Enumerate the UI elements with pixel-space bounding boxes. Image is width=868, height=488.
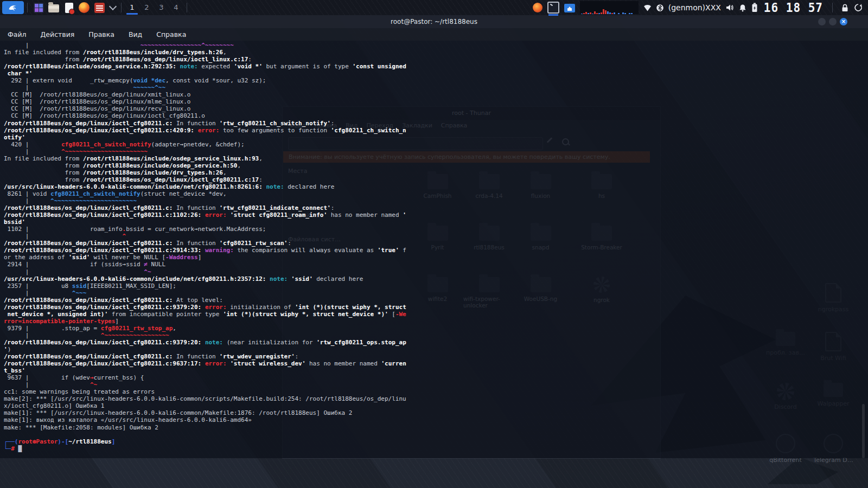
terminal-line: /root/rtl8188eus/os_dep/linux/ioctl_cfg8… — [4, 360, 868, 367]
cpu-graph-monitor[interactable] — [580, 1, 639, 14]
terminal-line: from /root/rtl8188eus/include/drv_types.… — [4, 169, 868, 176]
terminal-line: /root/rtl8188eus/os_dep/linux/ioctl_cfg8… — [4, 353, 868, 360]
terminal-line: | ^~~~~~~~~~~~~~~~~~~~~~~~ — [4, 197, 868, 204]
code-icon — [34, 3, 44, 13]
terminal-line: 420 | cfg80211_ch_switch_notify(adapter→… — [4, 141, 868, 148]
workspace-2[interactable]: 2 — [139, 0, 154, 15]
cpu-bar — [583, 13, 585, 14]
terminal-line: 2914 | if (ssids→ssid ≠ NULL — [4, 261, 868, 268]
terminal-line: otify' — [4, 134, 868, 141]
terminal-line: bssid' — [4, 219, 868, 226]
genmon-plugin-label[interactable]: (genmon)XXX — [668, 3, 721, 12]
terminal-line: In file included from /root/rtl8188eus/i… — [4, 49, 868, 56]
terminal-output[interactable]: | ~~~~~~~~~~~~~~~~~^~~~~~~~~In file incl… — [0, 41, 868, 458]
terminal-line: CC [M] /root/rtl8188eus/os_dep/linux/xmi… — [4, 91, 868, 98]
battery-icon[interactable] — [751, 3, 758, 12]
terminal-line: | ~~~~~~~~~~~~~~~~~^~~~~~~~~ — [4, 42, 868, 49]
workspace-1[interactable]: 1 — [125, 0, 139, 15]
cpu-bar — [631, 13, 633, 14]
panel-separator — [187, 3, 187, 12]
cpu-bar — [629, 13, 630, 14]
workspace-3[interactable]: 3 — [154, 0, 169, 15]
cpu-bar — [585, 12, 587, 14]
notification-bell-icon[interactable] — [739, 4, 746, 12]
terminal-line: /root/rtl8188eus/os_dep/linux/ioctl_cfg8… — [4, 211, 868, 219]
terminal-line: cc1: some warnings being treated as erro… — [4, 388, 868, 395]
terminal-line: char *' — [4, 70, 868, 77]
terminal-line: | ^~ — [4, 268, 868, 275]
terminal-line: 9637 | if (wdev→current_bss) { — [4, 374, 868, 381]
terminal-line: | ^~~~ — [4, 290, 868, 297]
cpu-bar — [605, 10, 607, 14]
terminal-line: /usr/src/linux-headers-6.0.0-kali6-commo… — [4, 275, 868, 282]
cpu-bar — [601, 12, 602, 14]
tray-firefox-icon[interactable] — [533, 3, 542, 12]
cpu-bar — [618, 13, 620, 14]
terminal-line: from /root/rtl8188eus/os_dep/linux/ioctl… — [4, 56, 868, 63]
terminal-line: 1102 | roam_info.bssid = cur_network→net… — [4, 226, 868, 233]
bluetooth-icon[interactable] — [656, 4, 663, 12]
kali-menu-button[interactable] — [2, 1, 24, 14]
launcher-file-manager[interactable] — [47, 1, 60, 14]
terminal-line: /root/rtl8188eus/os_dep/linux/ioctl_cfg8… — [4, 304, 868, 311]
kali-dragon-icon — [8, 3, 18, 12]
terminal-line: make: *** [Makefile:2058: modules] Ошибк… — [4, 424, 868, 431]
terminal-line: rror=incompatible-pointer-types] — [4, 318, 868, 325]
terminal-line: /root/rtl8188eus/os_dep/linux/ioctl_cfg8… — [4, 240, 868, 247]
terminal-line: /root/rtl8188eus/os_dep/linux/ioctl_cfg8… — [4, 120, 868, 127]
terminal-line: from /root/rtl8188eus/os_dep/linux/ioctl… — [4, 176, 868, 183]
minimize-button[interactable] — [818, 18, 826, 25]
terminal-scrollbar[interactable] — [862, 404, 865, 458]
panel-separator — [27, 3, 28, 12]
wifi-icon[interactable] — [643, 4, 652, 11]
logout-power-icon[interactable] — [854, 3, 863, 12]
launcher-firefox[interactable] — [78, 1, 91, 14]
terminal-line: /root/rtl8188eus/os_dep/linux/ioctl_cfg8… — [4, 204, 868, 211]
folder-icon — [48, 4, 59, 12]
menu-Файл[interactable]: Файл — [8, 30, 27, 38]
volume-icon[interactable] — [726, 4, 734, 11]
terminal-line: t_bss' — [4, 367, 868, 374]
lock-screen-icon[interactable] — [841, 3, 849, 12]
terminal-line: make[1]: выход из каталога «/usr/src/lin… — [4, 416, 868, 423]
cpu-bar — [624, 13, 626, 14]
maximize-button[interactable] — [829, 18, 837, 25]
terminal-line: /root/rtl8188eus/include/osdep_service.h… — [4, 63, 868, 70]
tray-files-icon[interactable] — [564, 4, 575, 12]
workspace-4[interactable]: 4 — [169, 0, 183, 15]
terminal-line: make[1]: *** [/usr/src/linux-headers-6.0… — [4, 409, 868, 416]
terminal-line: from /root/rtl8188eus/include/osdep_serv… — [4, 162, 868, 169]
cpu-bar — [598, 13, 600, 14]
close-button[interactable]: × — [840, 18, 847, 25]
workspace-switcher: 1234 — [125, 0, 183, 15]
terminal-window: root@Pastor: ~/rtl8188eus × ФайлДействия… — [0, 15, 868, 457]
terminal-titlebar[interactable]: root@Pastor: ~/rtl8188eus × — [0, 15, 868, 28]
terminal-line: /usr/src/linux-headers-6.0.0-kali6-commo… — [4, 183, 868, 190]
cpu-bar — [607, 11, 609, 15]
menu-Справка[interactable]: Справка — [156, 30, 186, 38]
system-tray: (genmon)XXX 16 18 57 — [533, 1, 868, 14]
launcher-package[interactable] — [93, 1, 106, 14]
firefox-icon — [79, 2, 90, 13]
menu-Вид[interactable]: Вид — [129, 30, 142, 38]
launcher-code[interactable] — [32, 1, 45, 14]
menu-bar: ФайлДействияПравкаВидСправка — [0, 28, 868, 41]
cpu-bar — [594, 11, 596, 15]
panel-clock[interactable]: 16 18 57 — [764, 1, 823, 15]
terminal-line: CC [M] /root/rtl8188eus/os_dep/linux/mlm… — [4, 98, 868, 105]
terminal-line: /root/rtl8188eus/os_dep/linux/ioctl_cfg8… — [4, 297, 868, 304]
tray-terminal-icon[interactable] — [547, 2, 559, 14]
terminal-line: 9379 | .stop_ap = cfg80211_rtw_stop_ap, — [4, 325, 868, 332]
terminal-line — [4, 431, 868, 438]
cpu-bar — [592, 14, 593, 14]
menu-Действия[interactable]: Действия — [41, 30, 75, 38]
terminal-line: | ^~~~~~~~~~~~~~~~~~~ — [4, 332, 868, 339]
terminal-line: | ~~~~~~^~~ — [4, 84, 868, 91]
cpu-bar — [590, 12, 591, 14]
terminal-line: make[2]: *** [/usr/src/linux-headers-6.0… — [4, 395, 868, 402]
terminal-line: | ^~ — [4, 381, 868, 388]
terminal-line: x/ioctl_cfg80211.o] Ошибка 1 — [4, 402, 868, 409]
launcher-text-editor[interactable] — [62, 1, 75, 14]
menu-Правка[interactable]: Правка — [88, 30, 114, 38]
chevron-down-icon[interactable] — [109, 3, 117, 10]
